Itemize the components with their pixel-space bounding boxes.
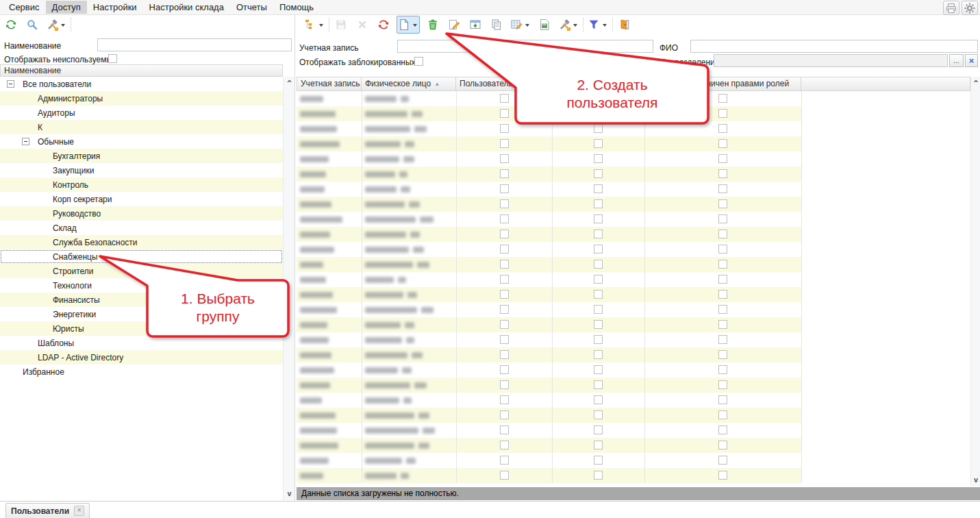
table-row[interactable] — [297, 166, 801, 182]
row-checkbox[interactable] — [500, 380, 509, 389]
department-browse-button[interactable]: ... — [949, 54, 964, 67]
row-checkbox[interactable] — [718, 471, 727, 480]
tree-item-к[interactable]: К — [0, 120, 283, 134]
row-checkbox[interactable] — [594, 426, 603, 434]
row-checkbox[interactable] — [594, 471, 603, 480]
hierarchy-button[interactable] — [303, 16, 325, 34]
row-checkbox[interactable] — [500, 395, 509, 404]
scroll-down-icon[interactable]: v — [284, 489, 295, 498]
tree-item-шаблоны[interactable]: Шаблоны — [0, 336, 283, 350]
tree-item-избранное[interactable]: Избранное — [0, 365, 283, 379]
row-checkbox[interactable] — [718, 94, 727, 103]
row-checkbox[interactable] — [500, 109, 509, 118]
tree-item-юристы[interactable]: Юристы — [0, 321, 283, 336]
row-checkbox[interactable] — [718, 199, 727, 208]
row-checkbox[interactable] — [500, 260, 509, 269]
table-row[interactable] — [297, 317, 801, 332]
table-row[interactable] — [297, 362, 801, 378]
table-row[interactable] — [297, 408, 801, 423]
row-checkbox[interactable] — [718, 410, 727, 419]
tree-item-склад[interactable]: Склад — [0, 221, 283, 235]
table-row[interactable] — [297, 151, 801, 166]
table-row[interactable] — [297, 332, 801, 347]
scroll-up-icon[interactable]: ^ — [971, 79, 980, 88]
chevron-down-icon[interactable] — [573, 24, 577, 29]
row-checkbox[interactable] — [718, 441, 727, 449]
row-checkbox[interactable] — [718, 139, 727, 148]
row-checkbox[interactable] — [718, 305, 727, 314]
table-row[interactable] — [297, 182, 801, 197]
show-blocked-checkbox[interactable] — [414, 57, 423, 66]
row-checkbox[interactable] — [594, 214, 603, 223]
row-checkbox[interactable] — [500, 305, 509, 314]
row-checkbox[interactable] — [594, 154, 603, 163]
tree-item-бухгалтерия[interactable]: Бухгалтерия — [0, 149, 283, 163]
tree-collapse-icon[interactable] — [22, 138, 29, 145]
insert-button[interactable] — [467, 16, 483, 34]
table-row[interactable] — [297, 242, 801, 257]
tree-item-снабженцы[interactable]: Снабженцы — [0, 249, 283, 264]
refresh-button[interactable] — [375, 16, 392, 34]
row-checkbox[interactable] — [594, 109, 603, 118]
tree-item-обычные[interactable]: Обычные — [0, 134, 283, 149]
table-scrollbar[interactable]: ^ v — [970, 77, 980, 486]
exit-button[interactable] — [616, 16, 633, 34]
row-checkbox[interactable] — [594, 350, 603, 359]
row-checkbox[interactable] — [500, 320, 509, 329]
edit-table-button[interactable] — [510, 16, 531, 34]
row-checkbox[interactable] — [500, 124, 509, 133]
gear-button[interactable] — [962, 1, 978, 15]
copy-button[interactable] — [488, 16, 505, 34]
row-checkbox[interactable] — [500, 169, 509, 178]
row-checkbox[interactable] — [594, 139, 603, 148]
tools-button[interactable] — [45, 16, 67, 34]
report-button[interactable] — [536, 16, 553, 34]
row-checkbox[interactable] — [718, 154, 727, 163]
table-row[interactable] — [297, 287, 801, 302]
name-filter-input[interactable] — [97, 38, 292, 51]
row-checkbox[interactable] — [594, 365, 603, 374]
column-header-5[interactable]: ограничен правами ролей — [644, 77, 801, 91]
column-header-6[interactable] — [801, 77, 970, 91]
department-filter-input[interactable] — [714, 54, 948, 67]
table-row[interactable] — [297, 106, 801, 121]
row-checkbox[interactable] — [718, 365, 727, 374]
row-checkbox[interactable] — [500, 471, 509, 480]
table-row[interactable] — [297, 197, 801, 212]
row-checkbox[interactable] — [500, 139, 509, 148]
row-checkbox[interactable] — [500, 230, 509, 238]
row-checkbox[interactable] — [594, 456, 603, 465]
row-checkbox[interactable] — [718, 380, 727, 389]
row-checkbox[interactable] — [718, 124, 727, 133]
row-checkbox[interactable] — [500, 426, 509, 434]
tree-item-технологи[interactable]: Технологи — [0, 278, 283, 293]
table-row[interactable] — [297, 393, 801, 408]
scroll-up-icon[interactable]: ^ — [284, 79, 295, 88]
delete-button[interactable] — [354, 16, 370, 34]
row-checkbox[interactable] — [718, 320, 727, 329]
row-checkbox[interactable] — [594, 94, 603, 103]
tree-item-администраторы[interactable]: Администраторы — [0, 91, 283, 106]
row-checkbox[interactable] — [718, 335, 727, 344]
edit-button[interactable] — [446, 16, 462, 34]
menu-item-4[interactable]: Настройки склада — [143, 1, 230, 14]
tree-item-аудиторы[interactable]: Аудиторы — [0, 106, 283, 120]
row-checkbox[interactable] — [594, 230, 603, 238]
table-row[interactable] — [297, 227, 801, 242]
row-checkbox[interactable] — [594, 169, 603, 178]
table-row[interactable] — [297, 91, 801, 106]
tab-users[interactable]: Пользователи × — [5, 503, 90, 518]
show-unused-checkbox[interactable] — [108, 54, 117, 63]
row-checkbox[interactable] — [594, 395, 603, 404]
row-checkbox[interactable] — [500, 365, 509, 374]
row-checkbox[interactable] — [500, 456, 509, 465]
row-checkbox[interactable] — [500, 410, 509, 419]
save-button[interactable] — [333, 16, 349, 34]
table-row[interactable] — [297, 212, 801, 227]
chevron-down-icon[interactable] — [61, 24, 65, 29]
table-row[interactable] — [297, 272, 801, 287]
tree-item-закупщики[interactable]: Закупщики — [0, 163, 283, 177]
column-header-4[interactable] — [552, 77, 644, 91]
row-checkbox[interactable] — [500, 290, 509, 299]
chevron-down-icon[interactable] — [413, 24, 417, 29]
